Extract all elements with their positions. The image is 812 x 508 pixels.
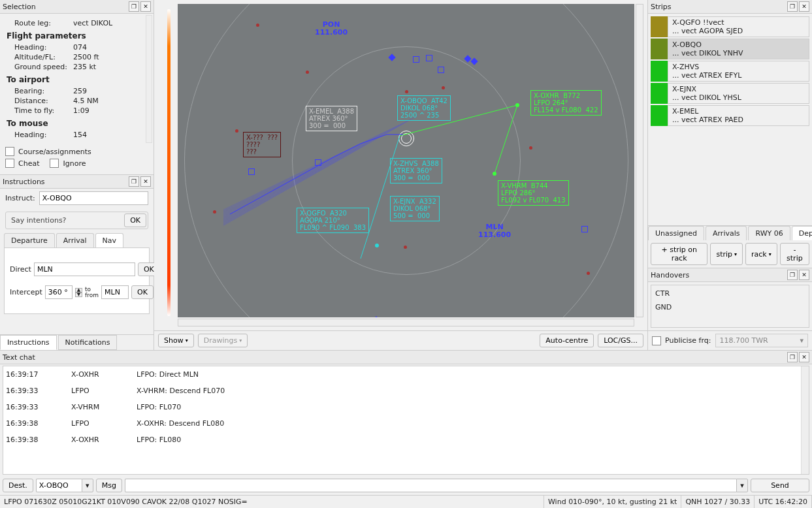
send-button[interactable]: Send [751, 479, 809, 492]
fp-vhrm[interactable]: X-VHRM B744 LFPO 286° FL092 v FL070 413 [498, 180, 569, 206]
radar-vscroll[interactable] [636, 4, 643, 317]
tab-arrivals[interactable]: Arrivals [706, 226, 747, 240]
gs-label: Ground speed: [14, 63, 73, 71]
fp-emel[interactable]: X-EMEL A388 ATREX 360° 300 = 000 [306, 106, 357, 131]
dest-input[interactable] [36, 479, 82, 492]
tab-arrival[interactable]: Arrival [56, 233, 94, 247]
handover-item[interactable]: CTR [654, 287, 806, 300]
to-airport-title: To airport [7, 75, 147, 84]
strip-item[interactable]: X-QGFO !!vect... vect AGOPA SJED [651, 16, 809, 37]
fp-obqo[interactable]: X-OBQO AT42 DIKOL 068° 2500 ^ 235 [397, 95, 451, 121]
ignore-label: Ignore [63, 159, 86, 168]
to-from-label: to from [85, 287, 99, 298]
chat-log[interactable]: 16:39:17X-OXHRLFPO: Direct MLN16:39:33LF… [3, 366, 809, 475]
course-label: Course/assignments [18, 148, 91, 156]
restore-icon[interactable]: ❐ [787, 1, 798, 12]
strips-title: Strips [651, 3, 786, 11]
cheat-checkbox[interactable] [5, 159, 14, 168]
deg-spinner[interactable]: ▲▼ [75, 288, 82, 297]
close-icon[interactable]: ✕ [799, 1, 809, 12]
dest-combo[interactable]: ▾ [36, 479, 93, 492]
ignore-checkbox[interactable] [50, 159, 59, 168]
strip-menu[interactable]: strip▾ [710, 243, 743, 265]
msg-button[interactable]: Msg [96, 479, 122, 492]
restore-icon[interactable]: ❐ [787, 352, 798, 362]
fp-qgfo[interactable]: X-QGFO A320 AGOPA 210° FL090 ^ FL090 383 [297, 208, 369, 233]
radar-hscroll[interactable] [178, 319, 634, 326]
alt-label: Altitude/FL: [14, 53, 73, 61]
close-icon[interactable]: ✕ [799, 352, 809, 362]
mhdg-value: 154 [73, 131, 147, 139]
intercept-fix-input[interactable] [101, 285, 129, 299]
strip-item[interactable]: X-EMEL... vect ATREX PAED [651, 105, 809, 126]
strips-list: X-QGFO !!vect... vect AGOPA SJEDX-OBQO..… [648, 14, 812, 225]
say-intentions-label: Say intentions? [7, 216, 120, 225]
chevron-down-icon[interactable]: ▾ [82, 479, 93, 492]
dest-button[interactable]: Dest. [3, 479, 33, 492]
freq-combo[interactable]: 118.700 TWR▾ [715, 334, 809, 347]
intercept-ok-button[interactable]: OK [131, 285, 154, 299]
restore-icon[interactable]: ❐ [129, 1, 139, 12]
remove-strip-button[interactable]: - strip [780, 243, 809, 265]
selection-scrollbar[interactable] [146, 15, 152, 143]
intercept-deg-input[interactable] [45, 285, 73, 299]
tab-unassigned[interactable]: Unassigned [648, 226, 704, 240]
chat-title: Text chat [3, 353, 786, 362]
drawings-menu[interactable]: Drawings▾ [198, 334, 248, 347]
msg-combo[interactable]: ▾ [125, 479, 748, 492]
tab-nav[interactable]: Nav [95, 233, 123, 247]
instructions-panel: Instructions ❐ ✕ Instruct: Say intention… [0, 174, 154, 318]
tab-departures[interactable]: Departures [792, 226, 812, 240]
routeleg-value: vect DIKOL [73, 19, 147, 27]
handover-item[interactable]: GND [654, 300, 806, 314]
show-menu[interactable]: Show▾ [158, 334, 194, 347]
fp-oxhr[interactable]: X-OXHR B772 LFPO 264° FL154 v FL080 422 [530, 90, 602, 116]
hdg-label: Heading: [14, 43, 73, 52]
restore-icon[interactable]: ❐ [129, 176, 139, 187]
dist-label: Distance: [14, 97, 73, 105]
to-mouse-title: To mouse [7, 119, 147, 128]
add-strip-button[interactable]: + strip on rack [651, 243, 707, 265]
chat-row: 16:39:33LFPOX-VHRM: Descend FL070 [3, 383, 809, 399]
chevron-down-icon[interactable]: ▾ [736, 479, 748, 492]
say-ok-button[interactable]: OK [124, 214, 146, 227]
chat-row: 16:39:33X-VHRMLFPO: FL070 [3, 399, 809, 415]
tab-notifications[interactable]: Notifications [58, 335, 118, 350]
close-icon[interactable]: ✕ [140, 1, 151, 12]
ttf-value: 1:09 [73, 106, 147, 115]
handover-list[interactable]: CTR GND [651, 285, 809, 328]
close-icon[interactable]: ✕ [799, 270, 809, 280]
auto-centre-button[interactable]: Auto-centre [540, 334, 594, 347]
strip-item[interactable]: X-EJNX... vect DIKOL YHSL [651, 83, 809, 104]
chat-scrollbar[interactable] [801, 366, 809, 474]
instructions-title: Instructions [3, 178, 127, 186]
close-icon[interactable]: ✕ [140, 176, 151, 187]
chat-row: 16:39:17X-OXHRLFPO: Direct MLN [3, 366, 809, 383]
altitude-slider[interactable] [167, 9, 171, 316]
fp-red[interactable]: X-??? ??? ???? ??? [243, 132, 281, 157]
ttf-label: Time to fly: [14, 106, 73, 115]
direct-input[interactable] [34, 262, 135, 276]
routeleg-label: Route leg: [14, 19, 73, 27]
tab-rwy06[interactable]: RWY 06 [748, 226, 790, 240]
msg-input[interactable] [125, 479, 736, 492]
fp-zhvs[interactable]: X-ZHVS A388 ATREX 360° 300 = 000 [390, 158, 442, 183]
restore-icon[interactable]: ❐ [787, 270, 798, 280]
chat-row: 16:39:38LFPOX-OXHR: Descend FL080 [3, 415, 809, 432]
strip-item[interactable]: X-OBQO... vect DIKOL YNHV [651, 39, 809, 59]
instruct-input[interactable] [39, 191, 148, 205]
course-checkbox[interactable] [5, 147, 14, 156]
svg-point-1 [375, 244, 379, 247]
direct-label: Direct [10, 265, 31, 274]
fp-ejnx[interactable]: X-EJNX A332 DIKOL 068° 500 = 000 [390, 196, 440, 221]
publicise-checkbox[interactable] [652, 336, 661, 345]
loc-gs-button[interactable]: LOC/GS... [598, 334, 643, 347]
tab-instructions[interactable]: Instructions [0, 335, 57, 350]
selection-title: Selection [3, 3, 127, 11]
status-bar: LFPO 071630Z 05010G21KT 010V090 CAVOK 22… [0, 495, 812, 508]
strip-item[interactable]: X-ZHVS... vect ATREX EFYL [651, 61, 809, 82]
radar-scope[interactable]: PON111.600 MLN113.600 [154, 0, 647, 330]
tab-departure[interactable]: Departure [4, 233, 55, 247]
intercept-label: Intercept [10, 288, 42, 296]
rack-menu[interactable]: rack▾ [745, 243, 777, 265]
